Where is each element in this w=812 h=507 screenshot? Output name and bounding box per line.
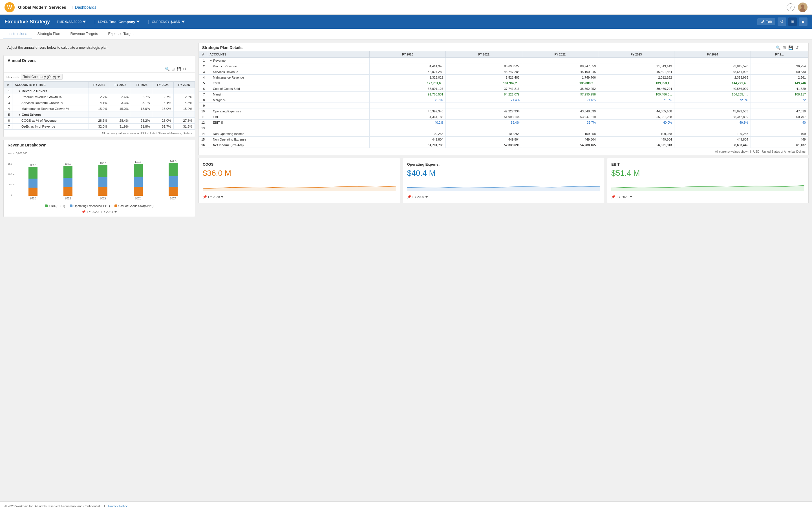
- export-icon[interactable]: ⊞: [171, 67, 175, 71]
- table-row: 8 Margin % 71.8%71.4%71.6%71.8%72.0%72: [199, 97, 808, 103]
- legend-opex: Operating Expenses(SPP1): [70, 204, 110, 208]
- cogs-date-filter[interactable]: 📌 FY 2020: [203, 195, 396, 199]
- ebit-bar-2020: [29, 167, 38, 179]
- cogs-bar-2024: [168, 187, 177, 196]
- sp-col-fy2023: FY 2023: [598, 51, 674, 58]
- sp-more-icon[interactable]: ⋮: [801, 45, 805, 50]
- strategic-plan-title: Strategic Plan Details: [202, 45, 243, 50]
- dashboards-link[interactable]: Dashboards: [75, 5, 96, 10]
- sp-currency-note: All currency values shown in USD - Unite…: [199, 148, 808, 155]
- edit-button[interactable]: Edit: [757, 18, 775, 25]
- currency-filter[interactable]: CURRENCY $USD: [152, 20, 185, 24]
- bar-2024: 144.8 2024: [158, 159, 188, 200]
- bar-2023: 140.0 2023: [123, 160, 153, 200]
- tab-revenue-targets[interactable]: Revenue Targets: [65, 29, 103, 39]
- table-row: 12 EBIT % 40.2%39.4%39.7%40.0%40.3%40: [199, 120, 808, 125]
- level-filter[interactable]: LEVEL Total Company: [98, 20, 140, 24]
- currency-value[interactable]: $USD: [170, 20, 185, 24]
- tab-instructions[interactable]: Instructions: [3, 29, 32, 39]
- opex-metric-value: $40.4 M: [407, 169, 600, 178]
- ebit-bar-2023: [134, 164, 143, 177]
- refresh-icon[interactable]: ↺: [183, 67, 186, 71]
- opex-metric-card: Operating Expens... $40.4 M 📌 FY 2020: [403, 158, 605, 203]
- opex-legend-dot: [70, 205, 72, 207]
- cogs-bar-2023: [134, 187, 143, 196]
- grid-view-button[interactable]: ⊞: [788, 17, 797, 26]
- sp-col-fy2024: FY 2024: [674, 51, 751, 58]
- bar-2022: 135.9 2022: [88, 161, 118, 200]
- workday-logo[interactable]: W: [4, 2, 15, 12]
- save-icon[interactable]: 💾: [176, 67, 181, 71]
- col-fy2023: FY 2023: [131, 82, 152, 88]
- sp-col-fy2x: FY 2...: [751, 51, 808, 58]
- col-fy2021: FY 2021: [89, 82, 110, 88]
- refresh-button[interactable]: ↺: [777, 17, 786, 26]
- tab-strategic-plan[interactable]: Strategic Plan: [32, 29, 65, 39]
- opex-date-filter[interactable]: 📌 FY 2020: [407, 195, 600, 199]
- sp-col-fy2020: FY 2020: [370, 51, 446, 58]
- table-row: 2 Product Revenue 84,414,34086,693,52788…: [199, 63, 808, 69]
- levels-row: LEVELS Total Company (Only): [4, 73, 195, 81]
- table-row: 3 Services Revenue 42,024,28943,747,2854…: [199, 69, 808, 75]
- user-avatar[interactable]: [798, 3, 808, 12]
- copyright-text: © 2020 Workday, Inc. All rights reserved…: [4, 504, 101, 507]
- time-filter[interactable]: TIME 9/23/2020: [57, 20, 86, 24]
- metrics-row: COGS $36.0 M 📌 FY 2020 Operating Expens.…: [199, 158, 809, 203]
- opex-bar-2023: [134, 177, 143, 187]
- col-hash: #: [4, 82, 12, 88]
- sp-save-icon[interactable]: 💾: [788, 45, 793, 50]
- footer: © 2020 Workday, Inc. All rights reserved…: [0, 501, 812, 507]
- sp-export-icon[interactable]: ⊞: [783, 45, 786, 50]
- y-axis-label: $,000,000: [16, 152, 191, 155]
- cogs-metric-value: $36.0 M: [203, 169, 396, 178]
- strategic-plan-card: Strategic Plan Details 🔍 ⊞ 💾 ↺ ⋮ # ACCOU…: [199, 43, 809, 155]
- camera-button[interactable]: ▶: [799, 17, 808, 26]
- company-name: Global Modern Services: [18, 5, 66, 10]
- level-value[interactable]: Total Company: [109, 20, 140, 24]
- sp-search-icon[interactable]: 🔍: [776, 45, 780, 50]
- levels-value[interactable]: Total Company (Only): [21, 74, 63, 80]
- table-row: 13: [199, 125, 808, 131]
- help-button[interactable]: ?: [786, 3, 795, 11]
- search-icon[interactable]: 🔍: [165, 67, 170, 71]
- time-value[interactable]: 9/23/2020: [65, 20, 86, 24]
- cogs-bar-2022: [98, 187, 107, 196]
- sp-col-fy2022: FY 2022: [522, 51, 598, 58]
- annual-drivers-title: Annual Drivers: [4, 55, 195, 66]
- legend-ebit: EBIT(SPP1): [45, 204, 65, 208]
- cogs-bar-2021: [63, 187, 72, 196]
- opex-sparkline: [407, 180, 600, 193]
- right-panel: Strategic Plan Details 🔍 ⊞ 💾 ↺ ⋮ # ACCOU…: [199, 43, 809, 498]
- table-row: 7 Margin 91,760,53194,221,07997,295,9581…: [199, 92, 808, 97]
- currency-note: All currency values shown in USD - Unite…: [4, 129, 195, 136]
- col-fy2022: FY 2022: [110, 82, 131, 88]
- chart-date-filter[interactable]: 📌 FY 2020 - FY 2024: [8, 209, 191, 215]
- main-content: Adjust the annual drivers below to calcu…: [0, 40, 812, 501]
- levels-label: LEVELS: [6, 75, 18, 78]
- revenue-breakdown-card: Revenue Breakdown 200 – 150 – 100 – 50 –…: [3, 140, 195, 217]
- table-row: 4 Maintenance Revenue 1,323,0291,521,483…: [199, 75, 808, 80]
- table-row: 2 Product Revenue Growth % 2.7%2.6%2.7%2…: [4, 94, 195, 100]
- table-row: 1 ▼Revenue Drivers: [4, 88, 195, 94]
- privacy-policy-link[interactable]: Privacy Policy: [108, 504, 128, 507]
- more-icon[interactable]: ⋮: [188, 67, 192, 71]
- bar-2020: 127.8 2020: [18, 163, 48, 200]
- sp-table-container: # ACCOUNTS FY 2020 FY 2021 FY 2022 FY 20…: [199, 51, 808, 148]
- instruction-text: Adjust the annual drivers below to calcu…: [3, 43, 195, 52]
- y-tick-0: 0 –: [8, 193, 14, 196]
- nav-divider: |: [72, 5, 73, 9]
- cogs-metric-card: COGS $36.0 M 📌 FY 2020: [199, 158, 400, 203]
- currency-label: CURRENCY: [152, 20, 169, 23]
- ebit-legend-dot: [45, 205, 48, 207]
- ebit-date-filter[interactable]: 📌 FY 2020: [611, 195, 804, 199]
- tab-expense-targets[interactable]: Expense Targets: [103, 29, 140, 39]
- opex-bar-2020: [29, 179, 38, 187]
- revenue-breakdown-title: Revenue Breakdown: [4, 140, 195, 149]
- legend-cogs: Cost of Goods Sold(SPP1): [114, 204, 154, 208]
- y-tick-100: 100 –: [8, 173, 14, 176]
- header-sep1: |: [94, 20, 95, 24]
- header-actions: Edit ↺ ⊞ ▶: [757, 17, 808, 26]
- sp-refresh-icon[interactable]: ↺: [795, 45, 799, 50]
- table-row: 14 Non-Operating Income -109,258-109,258…: [199, 131, 808, 136]
- svg-text:W: W: [7, 4, 12, 10]
